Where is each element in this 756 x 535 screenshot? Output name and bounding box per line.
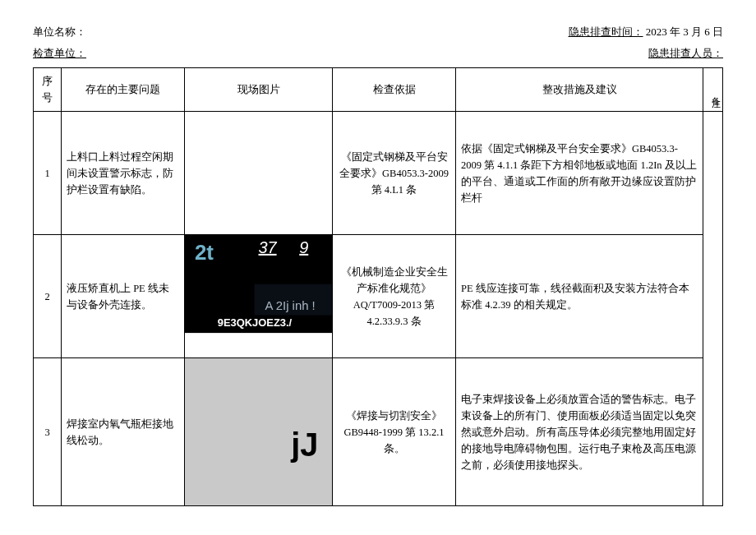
check-unit-label: 检查单位： (33, 47, 86, 59)
cell-seq: 2 (34, 235, 62, 358)
unit-name: 单位名称： (33, 25, 86, 39)
svg-text:2t: 2t (195, 241, 214, 264)
cell-action: 依据《固定式钢梯及平台安全要求》GB4053.3-2009 第 4.1.1 条距… (456, 112, 703, 235)
header-row-2: 检查单位： 隐患排查人员： (33, 46, 723, 61)
inspector: 隐患排查人员： (648, 46, 723, 61)
col-action: 整改措施及建议 (456, 68, 703, 112)
cell-seq: 3 (34, 358, 62, 506)
col-note-text: 备注 (708, 90, 723, 93)
table-row: 1 上料口上料过程空闲期间未设置警示标志，防护栏设置有缺陷。 《固定式钢梯及平台… (34, 112, 723, 235)
site-photo-3: jJ (185, 358, 332, 505)
cell-basis: 《固定式钢梯及平台安全要求》GB4053.3-2009 第 4.L1 条 (333, 112, 456, 235)
inspector-label: 隐患排查人员： (648, 47, 723, 59)
cell-issue: 焊接室内氧气瓶柜接地线松动。 (62, 358, 185, 506)
cell-issue: 液压矫直机上 PE 线未与设备外壳连接。 (62, 235, 185, 358)
cell-action: 电子束焊接设备上必须放置合适的警告标志。电子束设备上的所有门、使用面板必须适当固… (456, 358, 703, 506)
header-row-1: 单位名称： 隐患排查时间： 2023 年 3 月 6 日 (33, 25, 723, 39)
table-row: 2 液压矫直机上 PE 线未与设备外壳连接。 2t 37 9 A 2Ij inh… (34, 235, 723, 358)
col-basis: 检查依据 (333, 68, 456, 112)
col-photo: 现场图片 (185, 68, 333, 112)
cell-photo: 2t 37 9 A 2Ij inh ! 9E3QKJOEZ3./ (185, 235, 333, 358)
col-seq: 序号 (34, 68, 62, 112)
svg-text:9E3QKJOEZ3./: 9E3QKJOEZ3./ (218, 316, 293, 329)
col-note: 备注 (703, 68, 723, 112)
cell-basis: 《机械制造企业安全生产标准化规范》AQ/T7009-2013 第 4.2.33.… (333, 235, 456, 358)
inspect-time: 隐患排查时间： 2023 年 3 月 6 日 (569, 25, 724, 39)
cell-issue: 上料口上料过程空闲期间未设置警示标志，防护栏设置有缺陷。 (62, 112, 185, 235)
inspection-table: 序号 存在的主要问题 现场图片 检查依据 整改措施及建议 备注 1 上料口上料过… (33, 67, 723, 506)
svg-text:37: 37 (259, 238, 278, 256)
svg-text:jJ: jJ (290, 427, 318, 463)
unit-name-label: 单位名称： (33, 25, 86, 38)
table-row: 3 焊接室内氧气瓶柜接地线松动。 jJ 《焊接与切割安全》GB9448-1999… (34, 358, 723, 506)
site-photo-2: 2t 37 9 A 2Ij inh ! 9E3QKJOEZ3./ (185, 235, 332, 357)
inspect-time-label: 隐患排查时间： (569, 25, 643, 38)
svg-rect-1 (185, 333, 332, 357)
cell-basis: 《焊接与切割安全》GB9448-1999 第 13.2.1 条。 (333, 358, 456, 506)
cell-action: PE 线应连接可靠，线径截面积及安装方法符合本标准 4.2.39 的相关规定。 (456, 235, 703, 358)
inspect-time-value: 2023 年 3 月 6 日 (646, 25, 723, 38)
svg-text:A 2Ij inh !: A 2Ij inh ! (265, 299, 315, 312)
cell-photo (185, 112, 333, 235)
table-header-row: 序号 存在的主要问题 现场图片 检查依据 整改措施及建议 备注 (34, 68, 723, 112)
check-unit: 检查单位： (33, 46, 86, 61)
svg-text:9: 9 (299, 238, 308, 256)
cell-photo: jJ (185, 358, 333, 506)
col-issue: 存在的主要问题 (62, 68, 185, 112)
cell-note (703, 112, 723, 506)
cell-seq: 1 (34, 112, 62, 235)
